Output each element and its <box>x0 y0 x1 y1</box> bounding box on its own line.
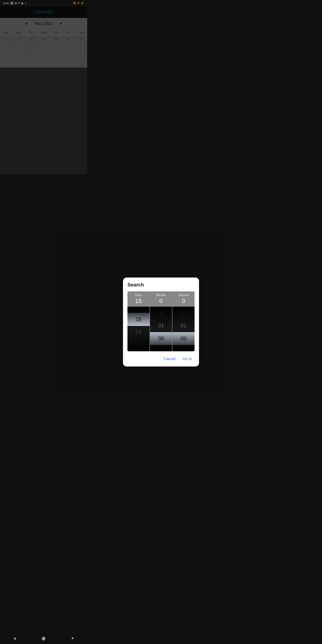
dialog-overlay: Search Hour 15 Minute 0 Second 0 <box>0 0 87 174</box>
page-wrapper: 3:41 🖼 M P ▶ ● 🔕 ▾ ⚡ Calendar ◄ May 2021… <box>0 0 87 174</box>
